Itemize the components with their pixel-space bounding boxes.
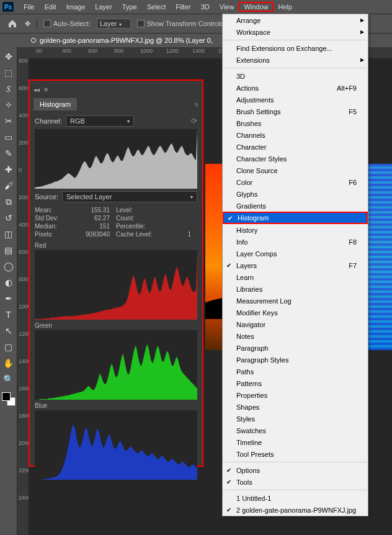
menu-item-color[interactable]: ColorF6 <box>223 176 368 188</box>
menu-item-1-untitled-1[interactable]: 1 Untitled-1 <box>223 492 368 504</box>
menu-item-3d[interactable]: 3D <box>196 2 215 12</box>
menu-item-find-extensions-on-exchange-[interactable]: Find Extensions on Exchange... <box>223 42 368 54</box>
menu-item-window[interactable]: Window <box>239 2 273 12</box>
tool-column: ✥⬚𝑆✧✂▭✎✚🖌⧉↺◫▤◯◐✒T↖▢✋🔍 <box>0 47 17 535</box>
window-menu-dropdown: Arrange▶Workspace▶Find Extensions on Exc… <box>222 14 368 516</box>
menu-item-arrange[interactable]: Arrange▶ <box>223 14 368 26</box>
menu-item-tool-presets[interactable]: Tool Presets <box>223 448 368 460</box>
menu-item-help[interactable]: Help <box>274 2 298 12</box>
menu-item-properties[interactable]: Properties <box>223 389 368 401</box>
tool-history[interactable]: ↺ <box>2 211 16 225</box>
menubar: Ps FileEditImageLayerTypeSelectFilter3DV… <box>0 0 392 14</box>
tool-brush[interactable]: 🖌 <box>2 179 16 192</box>
menu-item-modifier-keys[interactable]: Modifier Keys <box>223 307 368 318</box>
tool-hand[interactable]: ✋ <box>2 356 16 370</box>
panel-menu-icon[interactable]: ≡ <box>195 101 198 108</box>
move-cursor-icon[interactable]: ✥ <box>25 20 30 28</box>
histogram-panel: ◂◂✕ Histogram ≡ Channel: RGB▾ ⟳ Source: … <box>29 79 203 467</box>
menu-item-layer-comps[interactable]: Layer Comps <box>223 248 368 259</box>
menu-item-layer[interactable]: Layer <box>90 2 117 12</box>
menu-item-image[interactable]: Image <box>61 2 91 12</box>
collapse-icon[interactable]: ◂◂ <box>33 86 40 93</box>
menu-item-shapes[interactable]: Shapes <box>223 401 368 413</box>
tool-eraser[interactable]: ◫ <box>2 227 16 241</box>
tool-path[interactable]: ↖ <box>2 324 16 338</box>
menu-item-file[interactable]: File <box>19 2 40 12</box>
tool-pen[interactable]: ✒ <box>2 292 16 305</box>
tool-wand[interactable]: ✧ <box>2 98 16 112</box>
tool-dodge[interactable]: ◐ <box>2 276 16 289</box>
channel-select[interactable]: RGB▾ <box>66 115 134 127</box>
menu-item-glyphs[interactable]: Glyphs <box>223 188 368 200</box>
tool-marquee[interactable]: ⬚ <box>2 66 16 79</box>
svg-marker-1 <box>35 254 197 320</box>
show-transform-checkbox[interactable]: Show Transform Controls <box>137 20 224 27</box>
color-swatches[interactable] <box>2 392 16 406</box>
menu-item-info[interactable]: InfoF8 <box>223 236 368 248</box>
blue-label: Blue <box>30 401 202 409</box>
menu-item-measurement-log[interactable]: Measurement Log <box>223 295 368 307</box>
menu-item-adjustments[interactable]: Adjustments <box>223 94 368 106</box>
tool-rect[interactable]: ▢ <box>2 340 16 354</box>
menu-item-notes[interactable]: Notes <box>223 330 368 342</box>
tool-eyedrop[interactable]: ✎ <box>2 146 16 160</box>
menu-item-paragraph[interactable]: Paragraph <box>223 342 368 354</box>
menu-item-libraries[interactable]: Libraries <box>223 283 368 295</box>
menu-item-3d[interactable]: 3D <box>223 70 368 82</box>
menu-item-styles[interactable]: Styles <box>223 413 368 425</box>
menu-item-clone-source[interactable]: Clone Source <box>223 164 368 176</box>
menu-item-workspace[interactable]: Workspace▶ <box>223 26 368 38</box>
refresh-icon[interactable]: ⟳ <box>191 117 197 125</box>
tool-crop[interactable]: ✂ <box>2 114 16 128</box>
histogram-rgb <box>35 129 197 189</box>
menu-item-paragraph-styles[interactable]: Paragraph Styles <box>223 354 368 366</box>
tool-type[interactable]: T <box>2 308 16 321</box>
menu-item-history[interactable]: History <box>223 224 368 236</box>
menu-item-select[interactable]: Select <box>142 2 171 12</box>
menu-item-brushes[interactable]: Brushes <box>223 117 368 129</box>
tool-blur[interactable]: ◯ <box>2 259 16 273</box>
svg-marker-2 <box>35 344 197 400</box>
menu-item-view[interactable]: View <box>215 2 239 12</box>
menu-item-type[interactable]: Type <box>117 2 142 12</box>
source-label: Source: <box>35 193 58 200</box>
auto-select-checkbox[interactable]: Auto-Select: <box>43 20 91 27</box>
menu-item-edit[interactable]: Edit <box>40 2 61 12</box>
tool-frame[interactable]: ▭ <box>2 130 16 144</box>
menu-item-paths[interactable]: Paths <box>223 366 368 377</box>
menu-item-swatches[interactable]: Swatches <box>223 425 368 436</box>
svg-marker-0 <box>35 130 197 189</box>
menu-item-layers[interactable]: ✔LayersF7 <box>223 259 368 271</box>
source-select[interactable]: Selected Layer▾ <box>62 191 197 202</box>
tool-zoom[interactable]: 🔍 <box>2 372 16 386</box>
menu-item-channels[interactable]: Channels <box>223 129 368 141</box>
menu-item-actions[interactable]: ActionsAlt+F9 <box>223 82 368 94</box>
menu-item-navigator[interactable]: Navigator <box>223 318 368 330</box>
histogram-red <box>35 250 197 320</box>
home-icon[interactable] <box>6 17 19 30</box>
menu-item-2-golden-gate-panorama-p9wnfxj-jpg[interactable]: ✔2 golden-gate-panorama-P9WNFXJ.jpg <box>223 504 368 516</box>
tool-stamp[interactable]: ⧉ <box>2 195 16 209</box>
histogram-stats: Mean:155.31Std Dev:62.27Median:151Pixels… <box>30 205 202 241</box>
menu-item-filter[interactable]: Filter <box>171 2 195 12</box>
tool-gradient[interactable]: ▤ <box>2 243 16 257</box>
show-transform-label: Show Transform Controls <box>147 20 224 27</box>
menu-item-extensions[interactable]: Extensions▶ <box>223 54 368 66</box>
menu-item-histogram[interactable]: ✔Histogram <box>223 212 368 224</box>
tool-heal[interactable]: ✚ <box>2 163 16 176</box>
tool-move[interactable]: ✥ <box>2 50 16 63</box>
close-icon[interactable]: ✕ <box>43 86 48 93</box>
layer-select[interactable]: Layer ▾ <box>97 19 131 29</box>
menu-item-tools[interactable]: ✔Tools <box>223 476 368 488</box>
menu-item-patterns[interactable]: Patterns <box>223 377 368 389</box>
tool-lasso[interactable]: 𝑆 <box>2 82 16 96</box>
menu-item-character-styles[interactable]: Character Styles <box>223 153 368 164</box>
menu-item-timeline[interactable]: Timeline <box>223 436 368 448</box>
menu-item-options[interactable]: ✔Options <box>223 464 368 476</box>
menu-item-character[interactable]: Character <box>223 141 368 153</box>
menu-item-gradients[interactable]: Gradients <box>223 200 368 212</box>
menu-item-brush-settings[interactable]: Brush SettingsF5 <box>223 106 368 117</box>
histogram-tab[interactable]: Histogram <box>33 98 77 110</box>
menu-item-learn[interactable]: Learn <box>223 271 368 283</box>
ruler-left: 8006004002000200400600800100012001400160… <box>17 58 29 535</box>
